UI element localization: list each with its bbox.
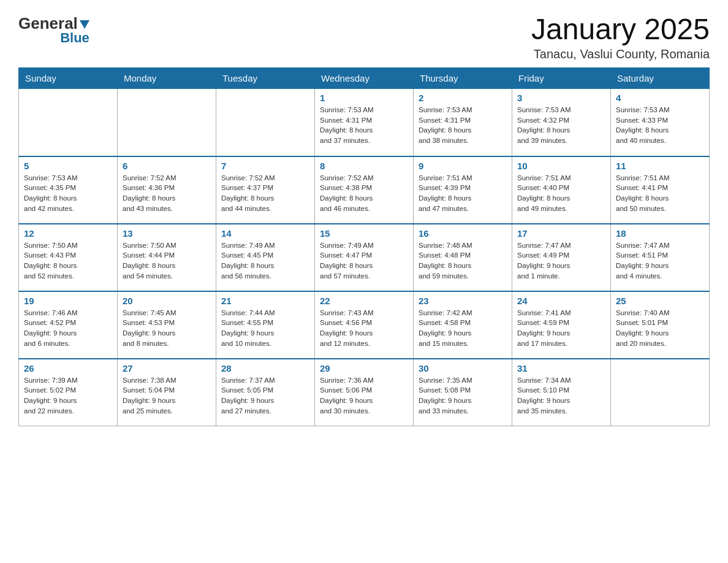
day-number: 29 [320,363,408,373]
location-title: Tanacu, Vaslui County, Romania [531,47,710,61]
calendar-cell [118,89,216,156]
day-info: Sunrise: 7:50 AMSunset: 4:44 PMDaylight:… [123,240,211,282]
calendar-cell: 18Sunrise: 7:47 AMSunset: 4:51 PMDayligh… [611,224,710,291]
day-info: Sunrise: 7:53 AMSunset: 4:35 PMDaylight:… [24,173,112,214]
calendar-week-row: 26Sunrise: 7:39 AMSunset: 5:02 PMDayligh… [19,359,710,426]
calendar-cell: 24Sunrise: 7:41 AMSunset: 4:59 PMDayligh… [512,291,611,359]
logo-triangle-icon [80,20,89,29]
day-info: Sunrise: 7:53 AMSunset: 4:33 PMDaylight:… [616,105,704,146]
col-header-saturday: Saturday [611,68,710,89]
day-info: Sunrise: 7:40 AMSunset: 5:01 PMDaylight:… [616,308,704,349]
calendar-table: SundayMondayTuesdayWednesdayThursdayFrid… [18,67,710,426]
col-header-tuesday: Tuesday [216,68,315,89]
calendar-cell: 31Sunrise: 7:34 AMSunset: 5:10 PMDayligh… [512,359,611,426]
calendar-cell: 13Sunrise: 7:50 AMSunset: 4:44 PMDayligh… [118,224,216,291]
calendar-cell: 22Sunrise: 7:43 AMSunset: 4:56 PMDayligh… [315,291,414,359]
day-number: 9 [419,161,507,171]
day-number: 20 [123,296,211,306]
day-number: 15 [320,228,408,239]
day-info: Sunrise: 7:48 AMSunset: 4:48 PMDaylight:… [419,240,507,282]
calendar-cell: 11Sunrise: 7:51 AMSunset: 4:41 PMDayligh… [611,156,710,224]
day-info: Sunrise: 7:47 AMSunset: 4:49 PMDaylight:… [517,240,605,282]
calendar-cell: 17Sunrise: 7:47 AMSunset: 4:49 PMDayligh… [512,224,611,291]
calendar-cell: 29Sunrise: 7:36 AMSunset: 5:06 PMDayligh… [315,359,414,426]
day-info: Sunrise: 7:49 AMSunset: 4:47 PMDaylight:… [320,240,408,282]
calendar-cell [216,89,315,156]
day-number: 16 [419,228,507,239]
calendar-cell: 1Sunrise: 7:53 AMSunset: 4:31 PMDaylight… [315,89,414,156]
day-info: Sunrise: 7:52 AMSunset: 4:36 PMDaylight:… [123,173,211,214]
day-number: 25 [616,296,704,306]
calendar-cell: 12Sunrise: 7:50 AMSunset: 4:43 PMDayligh… [19,224,118,291]
day-number: 26 [24,363,112,373]
calendar-header-row: SundayMondayTuesdayWednesdayThursdayFrid… [19,68,710,89]
calendar-cell: 4Sunrise: 7:53 AMSunset: 4:33 PMDaylight… [611,89,710,156]
day-info: Sunrise: 7:36 AMSunset: 5:06 PMDaylight:… [320,375,408,416]
calendar-cell: 30Sunrise: 7:35 AMSunset: 5:08 PMDayligh… [414,359,512,426]
day-number: 1 [320,93,408,103]
calendar-cell: 28Sunrise: 7:37 AMSunset: 5:05 PMDayligh… [216,359,315,426]
calendar-cell [611,359,710,426]
day-number: 31 [517,363,605,373]
day-number: 2 [419,93,507,103]
calendar-cell: 27Sunrise: 7:38 AMSunset: 5:04 PMDayligh… [118,359,216,426]
calendar-cell: 25Sunrise: 7:40 AMSunset: 5:01 PMDayligh… [611,291,710,359]
calendar-week-row: 5Sunrise: 7:53 AMSunset: 4:35 PMDaylight… [19,156,710,224]
day-info: Sunrise: 7:50 AMSunset: 4:43 PMDaylight:… [24,240,112,282]
day-info: Sunrise: 7:47 AMSunset: 4:51 PMDaylight:… [616,240,704,282]
day-info: Sunrise: 7:34 AMSunset: 5:10 PMDaylight:… [517,375,605,416]
day-number: 17 [517,228,605,239]
calendar-cell: 6Sunrise: 7:52 AMSunset: 4:36 PMDaylight… [118,156,216,224]
logo-general-text: General [18,15,78,31]
calendar-cell: 21Sunrise: 7:44 AMSunset: 4:55 PMDayligh… [216,291,315,359]
day-info: Sunrise: 7:42 AMSunset: 4:58 PMDaylight:… [419,308,507,349]
col-header-friday: Friday [512,68,611,89]
day-info: Sunrise: 7:51 AMSunset: 4:40 PMDaylight:… [517,173,605,214]
calendar-cell: 14Sunrise: 7:49 AMSunset: 4:45 PMDayligh… [216,224,315,291]
calendar-cell: 23Sunrise: 7:42 AMSunset: 4:58 PMDayligh… [414,291,512,359]
calendar-cell: 19Sunrise: 7:46 AMSunset: 4:52 PMDayligh… [19,291,118,359]
day-number: 7 [221,161,309,171]
calendar-cell: 15Sunrise: 7:49 AMSunset: 4:47 PMDayligh… [315,224,414,291]
calendar-cell: 26Sunrise: 7:39 AMSunset: 5:02 PMDayligh… [19,359,118,426]
calendar-cell: 9Sunrise: 7:51 AMSunset: 4:39 PMDaylight… [414,156,512,224]
day-number: 11 [616,161,704,171]
day-info: Sunrise: 7:53 AMSunset: 4:31 PMDaylight:… [320,105,408,146]
day-info: Sunrise: 7:53 AMSunset: 4:32 PMDaylight:… [517,105,605,146]
day-info: Sunrise: 7:51 AMSunset: 4:41 PMDaylight:… [616,173,704,214]
day-info: Sunrise: 7:46 AMSunset: 4:52 PMDaylight:… [24,308,112,349]
day-number: 27 [123,363,211,373]
calendar-cell: 8Sunrise: 7:52 AMSunset: 4:38 PMDaylight… [315,156,414,224]
day-info: Sunrise: 7:53 AMSunset: 4:31 PMDaylight:… [419,105,507,146]
day-info: Sunrise: 7:49 AMSunset: 4:45 PMDaylight:… [221,240,309,282]
calendar-week-row: 19Sunrise: 7:46 AMSunset: 4:52 PMDayligh… [19,291,710,359]
calendar-cell [19,89,118,156]
day-info: Sunrise: 7:37 AMSunset: 5:05 PMDaylight:… [221,375,309,416]
month-title: January 2025 [531,12,710,46]
logo: General Blue [18,12,89,45]
page-header: General Blue January 2025 Tanacu, Vaslui… [18,12,710,61]
day-number: 24 [517,296,605,306]
col-header-monday: Monday [118,68,216,89]
day-number: 14 [221,228,309,239]
day-info: Sunrise: 7:38 AMSunset: 5:04 PMDaylight:… [123,375,211,416]
calendar-cell: 7Sunrise: 7:52 AMSunset: 4:37 PMDaylight… [216,156,315,224]
day-number: 8 [320,161,408,171]
day-info: Sunrise: 7:44 AMSunset: 4:55 PMDaylight:… [221,308,309,349]
day-info: Sunrise: 7:35 AMSunset: 5:08 PMDaylight:… [419,375,507,416]
calendar-week-row: 12Sunrise: 7:50 AMSunset: 4:43 PMDayligh… [19,224,710,291]
day-number: 19 [24,296,112,306]
day-info: Sunrise: 7:52 AMSunset: 4:38 PMDaylight:… [320,173,408,214]
day-number: 6 [123,161,211,171]
calendar-cell: 10Sunrise: 7:51 AMSunset: 4:40 PMDayligh… [512,156,611,224]
day-number: 12 [24,228,112,239]
day-number: 3 [517,93,605,103]
day-info: Sunrise: 7:43 AMSunset: 4:56 PMDaylight:… [320,308,408,349]
col-header-thursday: Thursday [414,68,512,89]
title-block: January 2025 Tanacu, Vaslui County, Roma… [531,12,710,61]
day-number: 4 [616,93,704,103]
day-info: Sunrise: 7:39 AMSunset: 5:02 PMDaylight:… [24,375,112,416]
logo-blue-text: Blue [60,31,89,45]
day-number: 30 [419,363,507,373]
day-number: 5 [24,161,112,171]
